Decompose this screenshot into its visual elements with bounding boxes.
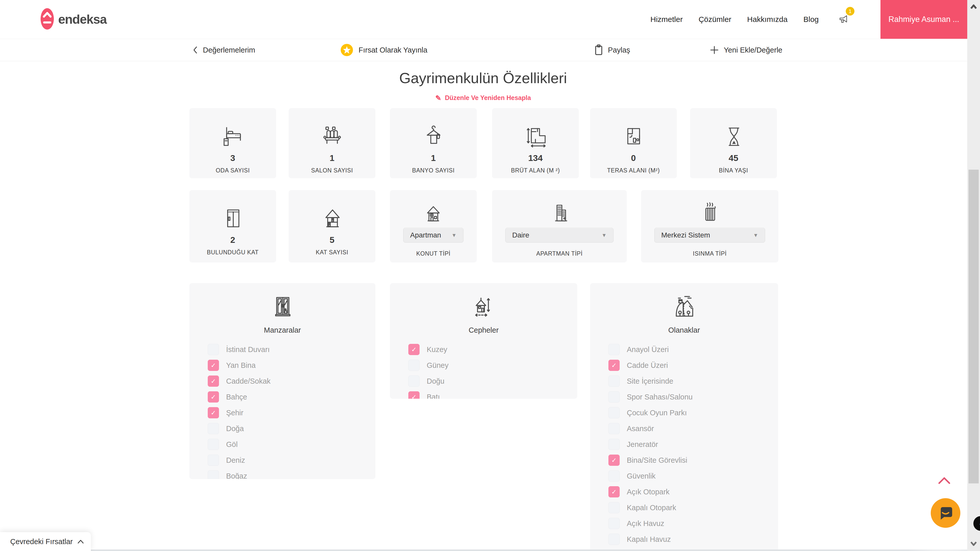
checkbox-asansor[interactable]: ✓Asansör bbox=[590, 421, 778, 437]
checkbox-cadde-uzeri[interactable]: ✓Cadde Üzeri bbox=[590, 357, 778, 373]
add-new-valuation-button[interactable]: Yeni Ekle/Değerle bbox=[710, 39, 782, 61]
checkbox-site-icerisinde[interactable]: ✓Site İçerisinde bbox=[590, 373, 778, 389]
checkbox-bina-site-gorevlisi[interactable]: ✓Bina/Site Görevlisi bbox=[590, 452, 778, 468]
stat-label: SALON SAYISI bbox=[311, 167, 353, 174]
notifications-button[interactable]: 1 bbox=[838, 13, 850, 26]
nearby-opportunities-panel[interactable]: Çevredeki Fırsatlar bbox=[0, 532, 91, 551]
checkbox-gol[interactable]: ✓Göl bbox=[189, 437, 375, 452]
stat-card-bulundugu-kat: 2 BULUNDUĞU KAT bbox=[189, 190, 276, 262]
checkbox-jenerator[interactable]: ✓Jeneratör bbox=[590, 437, 778, 452]
checkbox-kuzey[interactable]: ✓Kuzey bbox=[390, 341, 577, 357]
pencil-icon: ✎ bbox=[435, 94, 441, 102]
checkbox: ✓ bbox=[208, 454, 219, 466]
checkbox-guney[interactable]: ✓Güney bbox=[390, 357, 577, 373]
checkbox-sehir[interactable]: ✓Şehir bbox=[189, 405, 375, 421]
share-button[interactable]: Paylaş bbox=[595, 39, 630, 61]
group-manzaralar: Manzaralar ✓İstinat Duvarı ✓Yan Bina ✓Ca… bbox=[189, 283, 375, 479]
checkbox: ✓ bbox=[208, 470, 219, 479]
stat-label: BRÜT ALAN (M ²) bbox=[511, 167, 560, 174]
select-value: Merkezi Sistem bbox=[661, 231, 710, 239]
logo[interactable]: endeksa bbox=[40, 8, 107, 31]
scroll-to-top-button[interactable] bbox=[937, 476, 951, 486]
checkbox-yan-bina[interactable]: ✓Yan Bina bbox=[189, 357, 375, 373]
checkbox-label: Asansör bbox=[627, 424, 654, 433]
checkbox-label: Bina/Site Görevlisi bbox=[627, 456, 687, 465]
main-nav: Hizmetler Çözümler Hakkımızda Blog 1 Rah… bbox=[651, 0, 967, 39]
back-to-valuations[interactable]: Değerlemelerim bbox=[192, 39, 255, 61]
user-account-button[interactable]: Rahmiye Asuman ... bbox=[880, 0, 967, 39]
checkbox-bati[interactable]: ✓Batı bbox=[390, 389, 577, 399]
scrollbar-thumb[interactable] bbox=[969, 170, 979, 483]
publish-opportunity-button[interactable]: Fırsat Olarak Yayınla bbox=[340, 39, 428, 61]
checkbox-anayol-uzeri[interactable]: ✓Anayol Üzeri bbox=[590, 341, 778, 357]
page-scrollbar[interactable] bbox=[967, 0, 980, 551]
checkbox: ✓ bbox=[208, 439, 219, 450]
chat-bubble-icon bbox=[936, 504, 955, 522]
nav-cozumler[interactable]: Çözümler bbox=[698, 15, 731, 24]
house-dimensions-icon bbox=[390, 293, 577, 321]
checkbox: ✓ bbox=[608, 486, 620, 497]
checkbox-label: Güney bbox=[427, 361, 449, 370]
page: endeksa Hizmetler Çözümler Hakkımızda Bl… bbox=[0, 0, 980, 551]
checkbox-label: Şehir bbox=[226, 409, 243, 417]
select-card-apartman-tipi: Daire ▼ APARTMAN TİPİ bbox=[492, 190, 627, 262]
checkbox-guvenlik[interactable]: ✓Güvenlik bbox=[590, 468, 778, 484]
select-label: KONUT TİPİ bbox=[416, 250, 450, 257]
checkbox-bahce[interactable]: ✓Bahçe bbox=[189, 389, 375, 405]
stat-card-bina-yasi: 45 BİNA YAŞI bbox=[690, 108, 777, 178]
scrollbar-down-arrow[interactable] bbox=[970, 541, 977, 548]
checkbox: ✓ bbox=[408, 344, 420, 355]
nav-hizmetler[interactable]: Hizmetler bbox=[651, 15, 683, 24]
edit-label: Düzenle Ve Yeniden Hesapla bbox=[445, 94, 531, 101]
checkbox-dogu[interactable]: ✓Doğu bbox=[390, 373, 577, 389]
stat-card-banyo-sayisi: 1 BANYO SAYISI bbox=[390, 108, 477, 178]
chevron-left-icon bbox=[192, 46, 198, 54]
pink-chevron-up-icon bbox=[937, 476, 951, 485]
stat-card-salon-sayisi: 1 SALON SAYISI bbox=[289, 108, 375, 178]
checkbox-bogaz[interactable]: ✓Boğaz bbox=[189, 468, 375, 479]
checkbox-label: Boğaz bbox=[226, 472, 247, 479]
chat-button[interactable] bbox=[931, 498, 960, 528]
stat-value: 45 bbox=[729, 153, 738, 163]
checkbox-kapali-havuz[interactable]: ✓Kapalı Havuz bbox=[590, 531, 778, 547]
checkbox-label: Anayol Üzeri bbox=[627, 345, 669, 354]
notification-badge: 1 bbox=[846, 7, 854, 16]
checkbox-spor-sahasi[interactable]: ✓Spor Sahası/Salonu bbox=[590, 389, 778, 405]
checkbox: ✓ bbox=[608, 454, 620, 466]
stat-card-teras-alani: 0 TERAS ALANI (M²) bbox=[590, 108, 677, 178]
logo-text: endeksa bbox=[58, 12, 107, 27]
stat-label: KAT SAYISI bbox=[316, 249, 348, 256]
checkbox-cadde-sokak[interactable]: ✓Cadde/Sokak bbox=[189, 373, 375, 389]
floorplan-icon bbox=[620, 117, 646, 149]
edit-recalculate-link[interactable]: ✎Düzenle Ve Yeniden Hesapla bbox=[189, 94, 777, 102]
nav-hakkimizda[interactable]: Hakkımızda bbox=[747, 15, 788, 24]
scrollbar-up-arrow[interactable] bbox=[970, 4, 977, 11]
checkbox-acik-havuz[interactable]: ✓Açık Havuz bbox=[590, 516, 778, 531]
checkbox: ✓ bbox=[208, 375, 219, 387]
checkbox-kapali-otopark[interactable]: ✓Kapalı Otopark bbox=[590, 500, 778, 516]
toolbar: Değerlemelerim Fırsat Olarak Yayınla Pay… bbox=[0, 39, 967, 61]
apartman-tipi-select[interactable]: Daire ▼ bbox=[505, 228, 614, 243]
checkbox-acik-otopark[interactable]: ✓Açık Otopark bbox=[590, 484, 778, 500]
checkbox: ✓ bbox=[608, 439, 620, 450]
checkbox-label: İstinat Duvarı bbox=[226, 345, 270, 354]
checkbox-deniz[interactable]: ✓Deniz bbox=[189, 452, 375, 468]
konut-tipi-select[interactable]: Apartman ▼ bbox=[403, 228, 463, 243]
checkbox-cocuk-oyun-parki[interactable]: ✓Çocuk Oyun Parkı bbox=[590, 405, 778, 421]
nav-blog[interactable]: Blog bbox=[803, 15, 819, 24]
isinma-tipi-select[interactable]: Merkezi Sistem ▼ bbox=[654, 228, 765, 243]
checkbox-label: Jeneratör bbox=[627, 440, 658, 449]
checkbox-doga[interactable]: ✓Doğa bbox=[189, 421, 375, 437]
stat-label: BİNA YAŞI bbox=[719, 167, 748, 174]
bed-icon bbox=[220, 117, 245, 149]
plus-icon bbox=[710, 46, 719, 54]
nearby-label: Çevredeki Fırsatlar bbox=[10, 537, 73, 546]
checkbox-istinat-duvari[interactable]: ✓İstinat Duvarı bbox=[189, 341, 375, 357]
stat-value: 1 bbox=[330, 153, 334, 163]
checkbox: ✓ bbox=[408, 391, 420, 399]
page-title: Gayrimenkulün Özellikleri bbox=[189, 69, 777, 86]
chevron-down-icon: ▼ bbox=[452, 232, 457, 238]
radiator-icon bbox=[697, 198, 722, 226]
select-card-konut-tipi: Apartman ▼ KONUT TİPİ bbox=[390, 190, 477, 262]
stat-value: 2 bbox=[231, 235, 235, 245]
